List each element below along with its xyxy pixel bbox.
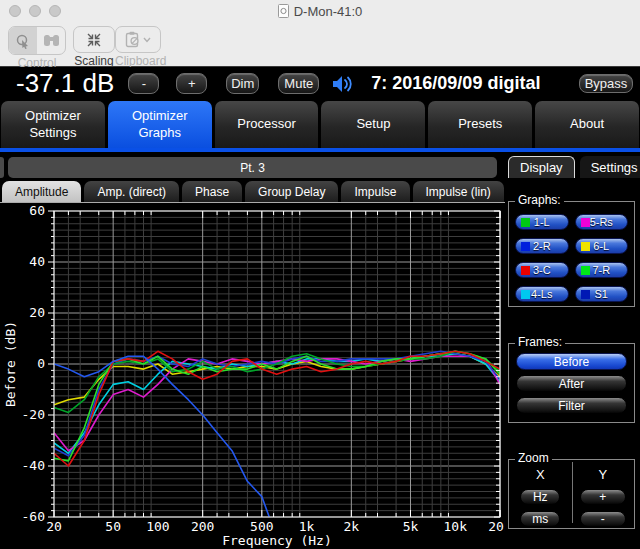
clipboard-label: Clipboard [115,54,166,68]
chart-axis-labels: 6040200-20-40-6020501002005001k2k5k10k20… [3,203,505,548]
app-window: D-Mon-41:0 Cont [0,0,640,549]
master-level-value: -37.1 dB [16,68,114,99]
svg-text:-20: -20 [22,407,45,422]
graph-channel-button-7-r[interactable]: 7-R [575,262,629,278]
bypass-button[interactable]: Bypass [579,74,633,93]
tab-about[interactable]: About [535,101,639,148]
svg-text:2k: 2k [344,519,360,534]
graph-tab-group-delay[interactable]: Group Delay [245,181,338,202]
binoculars-icon [43,33,60,48]
graph-channel-button-6-l[interactable]: 6-L [575,238,629,254]
svg-text:5k: 5k [403,519,419,534]
frame-button-after[interactable]: After [516,375,627,392]
svg-text:100: 100 [146,519,169,534]
frames-section: Frames: BeforeAfterFilter [508,343,635,423]
control-binoculars-button[interactable] [37,27,65,54]
level-bar: -37.1 dB - + Dim Mute 7: 2016/09/09 digi… [0,67,640,100]
channel-color-chip [521,290,530,299]
graph-type-tabs: AmplitudeAmp. (direct)PhaseGroup DelayIm… [2,181,504,202]
zoom-y-plus-button[interactable]: + [580,489,626,505]
zoom-x-hz-button[interactable]: Hz [520,489,560,505]
tab-optimizer-graphs[interactable]: Optimizer Graphs [108,101,212,148]
speaker-icon[interactable] [331,74,355,94]
svg-text:1k: 1k [299,519,315,534]
tab-setup[interactable]: Setup [321,101,425,148]
panel-tabs: DisplaySettings [508,156,640,178]
chevron-down-icon [143,37,151,43]
frequency-response-chart: 6040200-20-40-6020501002005001k2k5k10k20… [0,203,505,549]
channel-color-chip [581,266,590,275]
tab-processor[interactable]: Processor [215,101,319,148]
zoom-y-minus-button[interactable]: - [580,511,626,527]
graph-channel-button-5-rs[interactable]: 5-Rs [575,214,629,230]
scaling-label: Scaling [73,54,115,68]
collapse-arrows-icon [85,31,103,49]
graph-channel-button-1-l[interactable]: 1-L [515,214,569,230]
graph-channel-button-s1[interactable]: S1 [575,286,629,302]
channel-color-chip [581,242,590,251]
svg-text:20k: 20k [488,519,505,534]
clipboard-group: Clipboard [115,26,166,68]
measurement-point-header[interactable]: Pt. 3 [8,157,497,178]
svg-text:Frequency (Hz): Frequency (Hz) [222,533,332,548]
channel-color-chip [521,266,530,275]
channel-color-chip [521,218,530,227]
tab-presets[interactable]: Presets [428,101,532,148]
channel-color-chip [581,218,590,227]
svg-text:0: 0 [37,356,45,371]
graph-tab-impulse[interactable]: Impulse [341,181,409,202]
window-title: D-Mon-41:0 [294,4,363,19]
frames-legend: Frames: [515,335,565,349]
channel-color-chip [521,242,530,251]
main-tabs: Optimizer SettingsOptimizer GraphsProces… [0,101,640,148]
active-tab-underline [0,148,640,152]
control-pointer-button[interactable] [9,27,37,54]
mute-button[interactable]: Mute [278,73,319,94]
control-group: Control [8,26,66,70]
curve-7-r [54,351,500,461]
scaling-group: Scaling [73,26,115,68]
tab-optimizer-settings[interactable]: Optimizer Settings [1,101,105,148]
graph-channel-button-3-c[interactable]: 3-C [515,262,569,278]
clipboard-icon [125,31,140,48]
panel-tab-settings[interactable]: Settings [580,156,640,178]
svg-text:Before (dB): Before (dB) [3,321,18,407]
scaling-button[interactable] [73,26,115,53]
svg-text:60: 60 [29,203,45,218]
document-icon [278,4,289,18]
channel-color-chip [581,290,590,299]
pointer-target-icon [15,33,31,49]
graph-tab-impulse-lin[interactable]: Impulse (lin) [413,181,504,202]
graph-tab-phase[interactable]: Phase [182,181,242,202]
titlebar: D-Mon-41:0 [0,0,640,22]
panel-tab-display[interactable]: Display [508,156,575,178]
preset-name: 7: 2016/09/09 digital [371,73,540,94]
frame-button-filter[interactable]: Filter [516,397,627,414]
volume-up-button[interactable]: + [176,73,207,94]
svg-text:40: 40 [29,254,45,269]
zoom-divider [572,462,573,523]
svg-text:500: 500 [250,519,273,534]
graphs-section: Graphs: 1-L5-Rs2-R6-L3-C7-R4-LsS1 [508,201,635,307]
clipboard-button[interactable] [115,26,161,53]
window-title-area: D-Mon-41:0 [0,0,640,22]
dim-button[interactable]: Dim [226,73,259,94]
svg-text:200: 200 [191,519,214,534]
graph-tab-amplitude[interactable]: Amplitude [2,181,81,202]
point-bar-fragment [0,157,4,178]
svg-text:10k: 10k [444,519,468,534]
svg-text:20: 20 [29,305,45,320]
volume-down-button[interactable]: - [128,73,159,94]
svg-text:-40: -40 [22,458,45,473]
graph-channel-button-4-ls[interactable]: 4-Ls [515,286,569,302]
zoom-x-ms-button[interactable]: ms [520,511,560,527]
zoom-x-label: X [536,467,545,482]
zoom-y-label: Y [598,467,607,482]
zoom-section: Zoom X Hzms Y +- [508,459,635,529]
svg-text:-60: -60 [22,509,45,524]
graph-tab-amp-direct[interactable]: Amp. (direct) [84,181,179,202]
toolbar: Control Scaling [0,22,640,67]
graphs-legend: Graphs: [515,193,564,207]
frame-button-before[interactable]: Before [516,353,627,370]
graph-channel-button-2-r[interactable]: 2-R [515,238,569,254]
